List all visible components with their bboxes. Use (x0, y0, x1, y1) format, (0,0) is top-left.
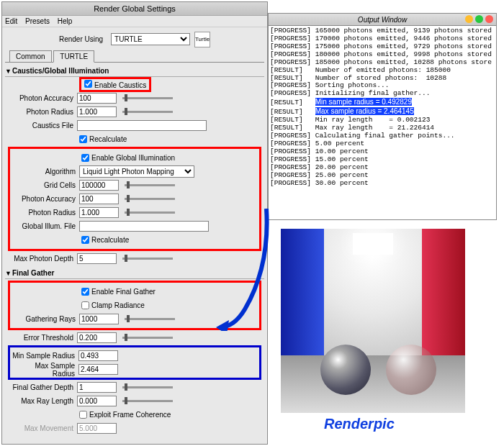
fg-depth-input[interactable] (77, 382, 117, 393)
slider[interactable] (122, 337, 173, 339)
slider[interactable] (122, 111, 173, 113)
minimize-button[interactable] (465, 15, 473, 23)
gi-file-input[interactable] (79, 221, 209, 232)
menubar: Edit Presets Help (2, 16, 267, 27)
slider[interactable] (122, 258, 173, 260)
enable-caustics-checkbox[interactable] (84, 80, 92, 88)
clamp-radiance-checkbox[interactable] (81, 301, 89, 309)
error-threshold-input[interactable] (77, 332, 117, 343)
menu-presets[interactable]: Presets (25, 17, 50, 25)
slider[interactable] (122, 400, 173, 402)
final-gather-header[interactable]: ▼Final Gather (5, 268, 264, 279)
max-ray-length-input[interactable] (77, 396, 117, 406)
caustics-photon-accuracy-input[interactable] (77, 93, 117, 104)
output-window-title: Output Window (269, 14, 496, 26)
fg-highlight: Enable Final Gather Clamp Radiance Gathe… (8, 281, 261, 330)
grid-cells-input[interactable] (79, 180, 119, 191)
renderpic-label: Renderpic (324, 416, 395, 432)
algorithm-select[interactable]: Liquid Light Photon Mapping (79, 165, 194, 178)
caustics-photon-radius-input[interactable] (77, 106, 117, 117)
render-preview (281, 229, 465, 413)
sample-radius-highlight: Min Sample Radius Max Sample Radius (8, 345, 261, 380)
caustics-recalc-checkbox[interactable] (79, 135, 87, 143)
gi-photon-radius-input[interactable] (79, 207, 119, 218)
output-window: Output Window [PROGRESS] 165000 photons … (268, 13, 497, 220)
caustics-header[interactable]: ▼Caustics/Global Illumination (5, 65, 264, 77)
caustics-file-input[interactable] (77, 120, 207, 131)
enable-caustics-highlight: Enable Caustics (79, 77, 151, 92)
collapse-icon: ▼ (5, 270, 12, 277)
tabs: Common TURTLE (5, 50, 264, 63)
render-using-select[interactable]: TURTLE (111, 33, 190, 45)
enable-gi-checkbox[interactable] (81, 154, 89, 162)
menu-help[interactable]: Help (58, 17, 73, 25)
turtle-icon: Turtle (194, 32, 210, 47)
window-title: Render Global Settings (2, 2, 267, 16)
window-controls (465, 15, 493, 23)
slider[interactable] (125, 318, 175, 320)
exploit-fc-checkbox[interactable] (79, 411, 87, 419)
slider[interactable] (125, 211, 175, 214)
gathering-rays-input[interactable] (79, 314, 119, 324)
close-button[interactable] (485, 15, 493, 23)
settings-content: Render Using TURTLE Turtle Common TURTLE… (2, 27, 267, 436)
maximize-button[interactable] (475, 15, 483, 23)
console-output[interactable]: [PROGRESS] 165000 photons emitted, 9139 … (269, 26, 496, 188)
slider[interactable] (122, 97, 173, 99)
menu-edit[interactable]: Edit (5, 17, 17, 25)
tab-turtle[interactable]: TURTLE (53, 50, 94, 63)
collapse-icon: ▼ (5, 68, 12, 75)
render-settings-window: Render Global Settings Edit Presets Help… (1, 1, 268, 445)
render-using-label: Render Using (59, 35, 107, 43)
min-sample-radius-input[interactable] (78, 350, 118, 361)
slider[interactable] (125, 198, 175, 200)
max-movement-input (77, 423, 117, 434)
max-photon-depth-input[interactable] (77, 253, 117, 264)
max-sample-radius-input[interactable] (78, 364, 118, 375)
slider[interactable] (122, 386, 173, 388)
gi-photon-accuracy-input[interactable] (79, 194, 119, 204)
enable-fg-checkbox[interactable] (81, 288, 89, 296)
gi-highlight: Enable Global Illumination AlgorithmLiqu… (8, 147, 261, 251)
tab-common[interactable]: Common (9, 50, 52, 63)
slider[interactable] (125, 184, 175, 186)
gi-recalc-checkbox[interactable] (81, 236, 89, 244)
